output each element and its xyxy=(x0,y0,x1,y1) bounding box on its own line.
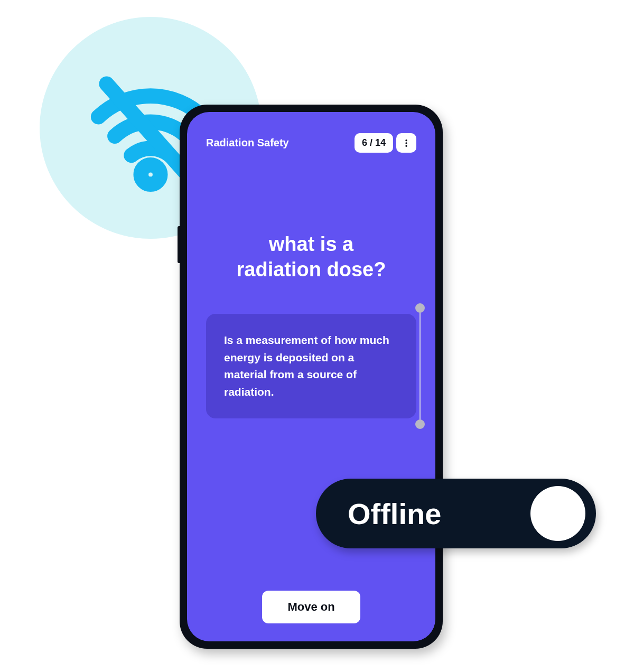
svg-point-3 xyxy=(405,142,407,144)
svg-point-0 xyxy=(141,165,160,184)
course-title: Radiation Safety xyxy=(206,137,289,149)
header-controls: 6 / 14 xyxy=(355,133,416,153)
resize-handle-bottom[interactable] xyxy=(415,419,425,429)
app-header: Radiation Safety 6 / 14 xyxy=(206,133,416,153)
answer-block: Is a measurement of how much energy is d… xyxy=(206,314,416,418)
offline-toggle-knob xyxy=(530,486,585,541)
answer-card[interactable]: Is a measurement of how much energy is d… xyxy=(206,314,416,418)
offline-toggle-label: Offline xyxy=(348,497,441,531)
resize-handle-top[interactable] xyxy=(415,303,425,313)
svg-point-2 xyxy=(405,139,407,141)
phone-mockup: Radiation Safety 6 / 14 what is aradiati… xyxy=(180,105,443,649)
more-menu-button[interactable] xyxy=(396,133,416,153)
phone-side-button xyxy=(178,226,180,263)
app-screen: Radiation Safety 6 / 14 what is aradiati… xyxy=(187,112,435,641)
svg-point-4 xyxy=(405,145,407,146)
offline-toggle[interactable]: Offline xyxy=(316,479,596,548)
progress-counter[interactable]: 6 / 14 xyxy=(355,133,393,153)
more-vertical-icon xyxy=(402,138,411,148)
move-on-button[interactable]: Move on xyxy=(262,591,360,623)
question-heading: what is aradiation dose? xyxy=(206,232,416,282)
resize-handle-line[interactable] xyxy=(419,307,421,425)
